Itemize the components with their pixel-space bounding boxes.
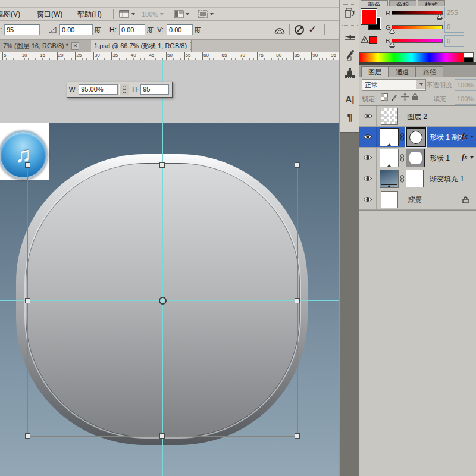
lock-transparency-icon[interactable]	[381, 93, 388, 101]
layer-name[interactable]: 形状 1 副本	[430, 133, 466, 143]
foreground-color-swatch[interactable]	[361, 8, 377, 25]
transform-handle-top-left[interactable]	[25, 162, 30, 168]
paragraph-panel-button[interactable]: ¶	[342, 111, 358, 125]
menu-help[interactable]: 帮助(H)	[77, 10, 102, 20]
shape-fill-thumbnail[interactable]	[380, 149, 399, 167]
dropdown-arrow-icon	[210, 13, 214, 15]
view-extras-button[interactable]	[119, 9, 135, 19]
layer-name[interactable]: 形状 1	[430, 154, 450, 164]
layer-name[interactable]: 图层 2	[407, 112, 427, 122]
blue-slider-track[interactable]	[392, 39, 443, 43]
layer-mask-link-icon[interactable]	[400, 175, 405, 183]
transform-handle-top-right[interactable]	[295, 162, 300, 168]
chevron-down-icon[interactable]	[470, 156, 474, 159]
degree-label: 度	[94, 26, 101, 36]
clone-source-panel-button[interactable]	[342, 65, 358, 80]
character-panel-button[interactable]: A|	[342, 92, 358, 106]
scale-field-label: :	[0, 26, 2, 34]
transform-reference-point[interactable]	[159, 297, 167, 305]
transform-handle-bottom-left[interactable]	[25, 433, 30, 439]
document-tab-active[interactable]: 1.psd @ 66.7% (形状 1, RGB/8) ✕	[91, 40, 192, 52]
layer-row[interactable]: 形状 1 fx	[359, 148, 476, 168]
green-value-input[interactable]: 0	[444, 21, 464, 33]
gamut-color-swatch[interactable]	[369, 36, 377, 44]
close-tab-icon[interactable]: ✕	[71, 42, 79, 50]
layer-row-selected[interactable]: 形状 1 副本 fx	[359, 127, 476, 148]
tool-presets-panel-button[interactable]	[342, 48, 358, 62]
height-input[interactable]: 95	[140, 84, 169, 95]
tab-paths[interactable]: 路径	[416, 66, 443, 77]
visibility-cell[interactable]	[359, 189, 377, 209]
document-canvas[interactable]: ♫	[0, 123, 339, 476]
scale-input[interactable]: 95	[4, 24, 40, 35]
chevron-down-icon[interactable]	[470, 136, 474, 138]
menu-window[interactable]: 窗口(W)	[37, 10, 62, 20]
layer-mask-link-icon[interactable]	[400, 133, 405, 141]
width-input[interactable]: 95.00%	[79, 84, 118, 95]
layer-mask-thumbnail[interactable]	[406, 170, 424, 187]
lock-all-icon[interactable]	[412, 93, 418, 101]
layer-name[interactable]: 渐变填充 1	[430, 174, 464, 184]
visibility-cell[interactable]	[359, 127, 377, 147]
visibility-cell[interactable]	[359, 148, 377, 168]
red-slider-track[interactable]	[392, 11, 443, 15]
v-skew-input[interactable]: 0.00	[167, 24, 193, 35]
warp-mode-button[interactable]	[274, 25, 286, 37]
dock-grip-handle[interactable]	[343, 2, 356, 5]
visibility-cell[interactable]	[359, 106, 377, 126]
link-dimensions-button[interactable]	[119, 84, 129, 95]
blue-value-input[interactable]: 0	[444, 35, 464, 47]
commit-transform-button[interactable]: ✓	[308, 23, 317, 36]
red-slider-thumb[interactable]	[437, 14, 442, 18]
tab-channels[interactable]: 通道	[389, 66, 416, 77]
blue-slider-thumb[interactable]	[390, 42, 394, 46]
fill-input[interactable]: 100%	[455, 93, 476, 105]
layer-row[interactable]: 渐变填充 1	[359, 168, 476, 189]
layer-effects-badge[interactable]: fx	[462, 132, 468, 141]
green-slider-thumb[interactable]	[390, 29, 394, 33]
shape-fill-thumbnail[interactable]	[380, 128, 399, 146]
transform-handle-top-center[interactable]	[159, 162, 165, 168]
layer-name[interactable]: 背景	[407, 195, 421, 205]
opacity-input[interactable]: 100%	[455, 79, 476, 91]
h-skew-label: H:	[109, 26, 117, 34]
vector-mask-thumbnail[interactable]	[406, 127, 426, 147]
transform-handle-bottom-center[interactable]	[159, 433, 165, 439]
tab-swatches[interactable]: 色板	[389, 0, 416, 6]
history-panel-button[interactable]	[342, 6, 358, 20]
tab-color[interactable]: 颜色	[361, 0, 388, 6]
layer-row[interactable]: 背景	[359, 189, 476, 210]
paragraph-panel-icon: ¶	[347, 112, 353, 123]
tab-layers[interactable]: 图层	[361, 66, 389, 77]
layer-thumbnail[interactable]	[381, 108, 398, 125]
document-tab-inactive[interactable]: 7% (图层 16, RGB/8) * ✕	[0, 40, 97, 52]
visibility-cell[interactable]	[359, 168, 377, 189]
close-tab-icon[interactable]: ✕	[190, 42, 192, 50]
cancel-transform-button[interactable]	[294, 24, 305, 37]
color-spectrum-ramp[interactable]	[359, 52, 464, 62]
zoom-level-button[interactable]: 100%	[142, 9, 164, 19]
transform-handle-middle-left[interactable]	[25, 298, 30, 303]
lock-position-icon[interactable]	[401, 93, 409, 101]
tab-styles[interactable]: 样式	[418, 0, 445, 6]
layer-row[interactable]: 图层 2	[359, 106, 476, 127]
gradient-fill-thumbnail[interactable]	[380, 170, 399, 188]
menu-view[interactable]: 视图(V)	[0, 10, 20, 20]
arrange-documents-button[interactable]	[174, 9, 189, 19]
layer-effects-badge[interactable]: fx	[462, 153, 468, 162]
brush-panel-button[interactable]	[342, 30, 358, 44]
h-skew-input[interactable]: 0.00	[119, 24, 145, 35]
red-value-input[interactable]: 255	[444, 7, 464, 18]
transform-handle-bottom-right[interactable]	[295, 433, 300, 439]
layers-panel: 图层 通道 路径 正常 不透明度: 100% 锁定: 填充: 100%	[359, 65, 476, 476]
gamut-warning-icon[interactable]	[361, 36, 369, 43]
layer-thumbnail[interactable]	[381, 191, 398, 208]
layer-mask-link-icon[interactable]	[400, 154, 405, 162]
rotate-angle-input[interactable]: 0.00	[60, 24, 93, 35]
blend-mode-select[interactable]: 正常	[362, 79, 426, 91]
lock-pixels-icon[interactable]	[391, 93, 398, 101]
screen-mode-button[interactable]	[198, 9, 214, 19]
transform-handle-middle-right[interactable]	[295, 298, 300, 303]
vector-mask-thumbnail[interactable]	[406, 149, 425, 167]
green-slider-track[interactable]	[392, 25, 443, 29]
